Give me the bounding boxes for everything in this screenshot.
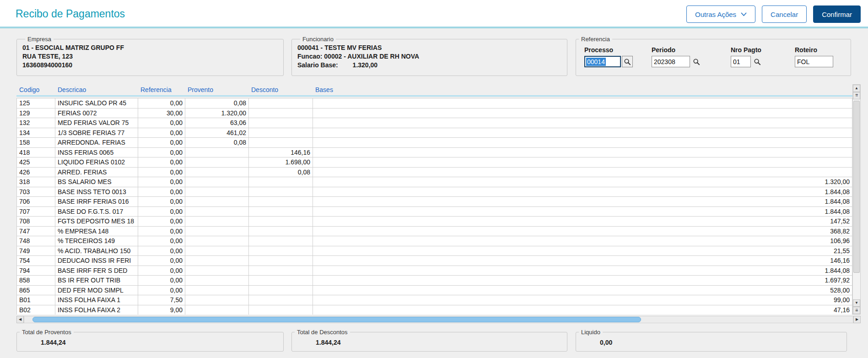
cell-desconto[interactable] [249,217,313,227]
cell-referencia[interactable]: 0,00 [138,256,185,266]
cell-provento[interactable] [185,157,249,168]
cell-provento[interactable] [185,197,249,207]
vertical-scroll-track[interactable] [853,99,860,299]
cell-referencia[interactable]: 0,00 [138,266,185,276]
cell-codigo[interactable]: 125 [17,98,55,108]
cell-referencia[interactable]: 0,00 [138,168,185,178]
cell-provento[interactable] [185,236,249,246]
cell-referencia[interactable]: 7,50 [138,295,185,305]
cell-bases[interactable] [313,98,852,108]
cell-codigo[interactable]: 708 [17,217,55,227]
cell-provento[interactable]: 0,08 [185,138,249,148]
vertical-scroll-thumb[interactable] [853,101,860,273]
nro-pagto-search-button[interactable] [752,56,762,67]
grid-row[interactable]: 865 DED FER MOD SIMPL 0,00 528,00 [17,286,852,296]
cell-codigo[interactable]: 749 [17,246,55,256]
cell-bases[interactable]: 1.697,92 [313,276,852,286]
grid-row[interactable]: 794 BASE IRRF FER S DED 0,00 1.844,08 [17,266,852,276]
cell-provento[interactable] [185,227,249,237]
cell-descricao[interactable]: DED FER MOD SIMPL [55,286,138,296]
cell-descricao[interactable]: % TERCEIROS 149 [55,236,138,246]
cell-referencia[interactable]: 0,00 [138,157,185,168]
cell-referencia[interactable]: 9,00 [138,305,185,315]
cell-descricao[interactable]: % EMPRESA 148 [55,227,138,237]
horizontal-scroll-track[interactable] [24,316,853,323]
cell-referencia[interactable]: 0,00 [138,98,185,108]
roteiro-input[interactable] [795,56,833,67]
cell-provento[interactable] [185,217,249,227]
grid-row[interactable]: 425 LIQUIDO FERIAS 0102 0,00 1.698,00 [17,157,852,168]
cell-provento[interactable] [185,256,249,266]
cell-codigo[interactable]: 865 [17,286,55,296]
cell-codigo[interactable]: 794 [17,266,55,276]
cell-codigo[interactable]: B01 [17,295,55,305]
cell-referencia[interactable]: 0,00 [138,187,185,197]
cell-desconto[interactable] [249,276,313,286]
grid-row[interactable]: 158 ARREDONDA. FERIAS 0,00 0,08 [17,138,852,148]
cell-provento[interactable] [185,266,249,276]
cell-bases[interactable] [313,168,852,178]
cell-provento[interactable]: 0,08 [185,98,249,108]
cell-desconto[interactable] [249,236,313,246]
grid-row[interactable]: 748 % TERCEIROS 149 0,00 106,96 [17,236,852,246]
cell-bases[interactable] [313,138,852,148]
processo-input[interactable]: 00014 [584,56,621,67]
processo-search-button[interactable] [622,56,633,67]
cell-bases[interactable]: 1.844,08 [313,187,852,197]
cell-referencia[interactable]: 0,00 [138,207,185,217]
grid-row[interactable]: 418 INSS FERIAS 0065 0,00 146,16 [17,148,852,158]
scroll-down-button[interactable]: ▼ [853,299,860,307]
grid-row[interactable]: 749 % ACID. TRABALHO 150 0,00 21,55 [17,246,852,256]
outras-acoes-button[interactable]: Outras Ações [686,5,755,23]
scroll-page-down-button[interactable]: ⇊ [853,307,860,314]
cell-referencia[interactable]: 0,00 [138,236,185,246]
cell-provento[interactable]: 63,06 [185,118,249,128]
cell-desconto[interactable] [249,108,313,119]
cell-provento[interactable]: 461,02 [185,128,249,138]
cell-referencia[interactable]: 0,00 [138,148,185,158]
cell-referencia[interactable]: 30,00 [138,108,185,119]
cell-referencia[interactable]: 0,00 [138,118,185,128]
cell-descricao[interactable]: 1/3 SOBRE FERIAS 77 [55,128,138,138]
cell-provento[interactable] [185,305,249,315]
cell-desconto[interactable] [249,246,313,256]
cell-desconto[interactable] [249,295,313,305]
cell-bases[interactable] [313,118,852,128]
grid-row[interactable]: 708 FGTS DEPOSITO MES 18 0,00 147,52 [17,217,852,227]
cell-descricao[interactable]: ARRED. FERIAS [55,168,138,178]
grid-row[interactable]: 134 1/3 SOBRE FERIAS 77 0,00 461,02 [17,128,852,138]
cell-descricao[interactable]: BASE DO F.G.T.S. 017 [55,207,138,217]
cell-codigo[interactable]: 134 [17,128,55,138]
cell-descricao[interactable]: INSUFIC SALDO PR 45 [55,98,138,108]
grid-row[interactable]: 132 MED FERIAS VALOR 75 0,00 63,06 [17,118,852,128]
cell-desconto[interactable] [249,305,313,315]
cell-descricao[interactable]: FERIAS 0072 [55,108,138,119]
confirmar-button[interactable]: Confirmar [813,5,861,23]
cell-bases[interactable]: 1.320,00 [313,177,852,187]
grid-row[interactable]: B02 INSS FOLHA FAIXA 2 9,00 47,16 [17,305,852,315]
cell-bases[interactable] [313,108,852,119]
cell-codigo[interactable]: 318 [17,177,55,187]
cell-codigo[interactable]: 426 [17,168,55,178]
cell-bases[interactable]: 1.844,08 [313,197,852,207]
cell-referencia[interactable]: 0,00 [138,227,185,237]
cell-provento[interactable] [185,187,249,197]
cell-codigo[interactable]: B02 [17,305,55,315]
cell-referencia[interactable]: 0,00 [138,177,185,187]
cell-provento[interactable] [185,148,249,158]
cell-descricao[interactable]: BASE IRRF FERIAS 016 [55,197,138,207]
grid-row[interactable]: 706 BASE IRRF FERIAS 016 0,00 1.844,08 [17,197,852,207]
cell-bases[interactable]: 99,00 [313,295,852,305]
scroll-up-button[interactable]: ▲ [853,85,860,92]
cell-referencia[interactable]: 0,00 [138,246,185,256]
scroll-page-up-button[interactable]: ⇈ [853,92,860,99]
cell-desconto[interactable]: 0,08 [249,168,313,178]
cell-codigo[interactable]: 158 [17,138,55,148]
cell-referencia[interactable]: 0,00 [138,128,185,138]
cell-provento[interactable]: 1.320,00 [185,108,249,119]
cell-bases[interactable] [313,157,852,168]
cell-bases[interactable]: 1.844,08 [313,266,852,276]
cell-provento[interactable] [185,207,249,217]
cell-codigo[interactable]: 747 [17,227,55,237]
grid-row[interactable]: 318 BS SALARIO MES 0,00 1.320,00 [17,177,852,187]
